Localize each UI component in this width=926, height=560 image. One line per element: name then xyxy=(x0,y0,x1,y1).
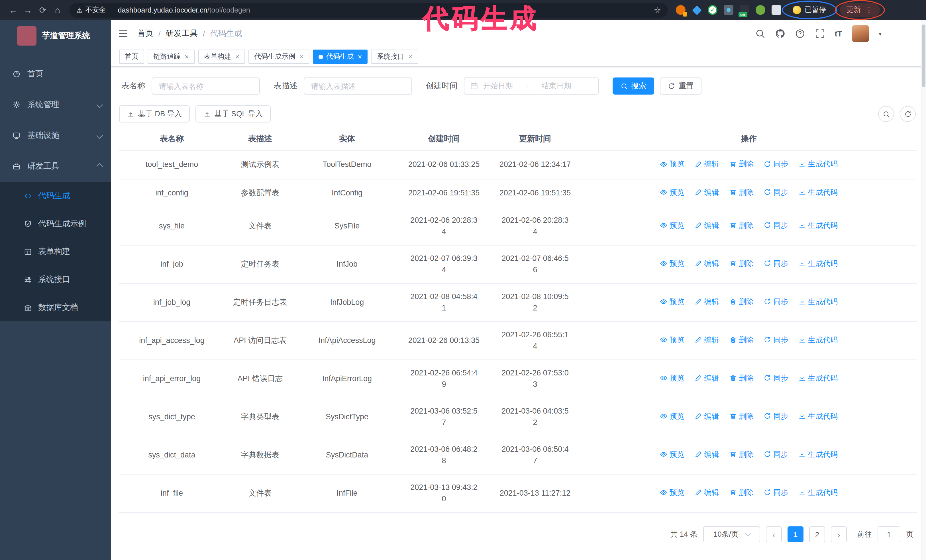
edit-link[interactable]: 编辑 xyxy=(694,187,719,198)
sidebar-item-form-builder[interactable]: 表单构建 xyxy=(0,237,111,266)
delete-link[interactable]: 删除 xyxy=(729,373,754,384)
preview-link[interactable]: 预览 xyxy=(660,258,684,269)
sync-link[interactable]: 同步 xyxy=(764,187,788,198)
close-icon[interactable]: × xyxy=(299,53,303,60)
preview-link[interactable]: 预览 xyxy=(660,220,684,231)
browser-home-button[interactable]: ⌂ xyxy=(50,3,65,17)
preview-link[interactable]: 预览 xyxy=(660,158,684,170)
preview-link[interactable]: 预览 xyxy=(660,487,684,498)
extension-icon-on[interactable]: on xyxy=(740,5,749,15)
delete-link[interactable]: 删除 xyxy=(729,187,754,198)
preview-link[interactable]: 预览 xyxy=(660,187,684,198)
extensions-puzzle-icon[interactable] xyxy=(772,5,781,15)
edit-link[interactable]: 编辑 xyxy=(694,158,719,170)
github-icon[interactable] xyxy=(775,29,785,39)
close-icon[interactable]: × xyxy=(235,53,239,60)
generate-code-link[interactable]: 生成代码 xyxy=(798,158,838,170)
sidebar-item-codegen-demo[interactable]: 代码生成示例 xyxy=(0,210,111,237)
extension-icon-orange[interactable] xyxy=(676,5,685,15)
table-name-input[interactable] xyxy=(151,77,260,95)
next-page-button[interactable]: › xyxy=(831,527,847,542)
generate-code-link[interactable]: 生成代码 xyxy=(798,373,838,384)
edit-link[interactable]: 编辑 xyxy=(694,258,719,269)
goto-page-input[interactable] xyxy=(878,527,900,542)
breadcrumb-devtools[interactable]: 研发工具 xyxy=(166,29,198,39)
date-range-picker[interactable]: 开始日期 - 结束日期 xyxy=(464,77,599,95)
sidebar-item-codegen[interactable]: 代码生成 xyxy=(0,182,111,210)
close-icon[interactable]: × xyxy=(408,53,413,60)
preview-link[interactable]: 预览 xyxy=(660,373,684,384)
browser-reload-button[interactable]: ⟳ xyxy=(35,3,50,17)
edit-link[interactable]: 编辑 xyxy=(694,449,719,460)
refresh-table-button[interactable] xyxy=(900,106,916,122)
table-desc-input[interactable] xyxy=(304,77,412,95)
search-icon[interactable] xyxy=(755,29,765,39)
delete-link[interactable]: 删除 xyxy=(729,158,754,170)
browser-update-button[interactable]: 更新 ⋮ xyxy=(840,3,879,17)
avatar[interactable] xyxy=(852,25,869,42)
sidebar-item-system[interactable]: 系统管理 xyxy=(0,89,111,120)
sync-link[interactable]: 同步 xyxy=(764,487,788,498)
generate-code-link[interactable]: 生成代码 xyxy=(798,258,838,269)
scrollbar-thumb[interactable] xyxy=(922,24,925,87)
sync-link[interactable]: 同步 xyxy=(764,158,788,170)
sidebar-item-infra[interactable]: 基础设施 xyxy=(0,120,111,151)
import-db-button[interactable]: 基于 DB 导入 xyxy=(119,106,190,122)
sync-link[interactable]: 同步 xyxy=(764,411,788,422)
window-scrollbar[interactable] xyxy=(921,20,926,560)
reset-button[interactable]: 重置 xyxy=(660,77,702,95)
font-size-icon[interactable]: tT xyxy=(835,29,842,38)
toggle-search-button[interactable] xyxy=(878,106,894,122)
preview-link[interactable]: 预览 xyxy=(660,449,684,460)
delete-link[interactable]: 删除 xyxy=(729,258,754,269)
preview-link[interactable]: 预览 xyxy=(660,411,684,422)
app-logo-row[interactable]: 芋道管理系统 xyxy=(0,20,111,52)
caret-down-icon[interactable]: ▾ xyxy=(879,30,882,37)
extension-icon-grid[interactable] xyxy=(724,5,733,15)
extension-icon-user[interactable] xyxy=(756,5,765,15)
generate-code-link[interactable]: 生成代码 xyxy=(798,411,838,422)
edit-link[interactable]: 编辑 xyxy=(694,296,719,308)
tab-codegen[interactable]: 代码生成× xyxy=(313,50,368,64)
generate-code-link[interactable]: 生成代码 xyxy=(798,187,838,198)
help-icon[interactable] xyxy=(795,29,805,39)
profile-paused-chip[interactable]: 已暂停 xyxy=(787,3,832,17)
generate-code-link[interactable]: 生成代码 xyxy=(798,449,838,460)
prev-page-button[interactable]: ‹ xyxy=(766,527,782,542)
generate-code-link[interactable]: 生成代码 xyxy=(798,487,838,498)
bookmark-star-icon[interactable]: ☆ xyxy=(654,5,661,15)
sidebar-item-home[interactable]: 首页 xyxy=(0,59,111,89)
browser-forward-button[interactable]: → xyxy=(21,3,35,17)
search-button[interactable]: 搜索 xyxy=(613,77,654,95)
browser-menu-icon[interactable]: ⋮ xyxy=(865,6,873,14)
sync-link[interactable]: 同步 xyxy=(764,373,788,384)
extension-icon-check[interactable]: ✓ xyxy=(708,5,717,15)
tab-codegen-demo[interactable]: 代码生成示例× xyxy=(248,50,309,64)
page-size-select[interactable]: 10条/页 xyxy=(703,527,760,542)
edit-link[interactable]: 编辑 xyxy=(694,373,719,384)
preview-link[interactable]: 预览 xyxy=(660,334,684,346)
page-button-2[interactable]: 2 xyxy=(809,527,825,542)
edit-link[interactable]: 编辑 xyxy=(694,411,719,422)
breadcrumb-home[interactable]: 首页 xyxy=(137,29,153,39)
import-sql-button[interactable]: 基于 SQL 导入 xyxy=(196,106,271,122)
sync-link[interactable]: 同步 xyxy=(764,258,788,269)
close-icon[interactable]: × xyxy=(358,53,362,60)
generate-code-link[interactable]: 生成代码 xyxy=(798,296,838,308)
delete-link[interactable]: 删除 xyxy=(729,220,754,231)
delete-link[interactable]: 删除 xyxy=(729,334,754,346)
sync-link[interactable]: 同步 xyxy=(764,334,788,346)
preview-link[interactable]: 预览 xyxy=(660,296,684,308)
sidebar-item-system-api[interactable]: 系统接口 xyxy=(0,266,111,293)
generate-code-link[interactable]: 生成代码 xyxy=(798,220,838,231)
delete-link[interactable]: 删除 xyxy=(729,487,754,498)
sidebar-item-devtools[interactable]: 研发工具 xyxy=(0,151,111,182)
sidebar-item-db-doc[interactable]: 数据库文档 xyxy=(0,293,111,321)
tab-form-builder[interactable]: 表单构建× xyxy=(198,50,245,64)
delete-link[interactable]: 删除 xyxy=(729,411,754,422)
security-warning[interactable]: ⚠不安全 xyxy=(76,5,106,15)
edit-link[interactable]: 编辑 xyxy=(694,334,719,346)
hamburger-icon[interactable] xyxy=(118,29,128,39)
fullscreen-icon[interactable] xyxy=(815,29,825,39)
delete-link[interactable]: 删除 xyxy=(729,449,754,460)
